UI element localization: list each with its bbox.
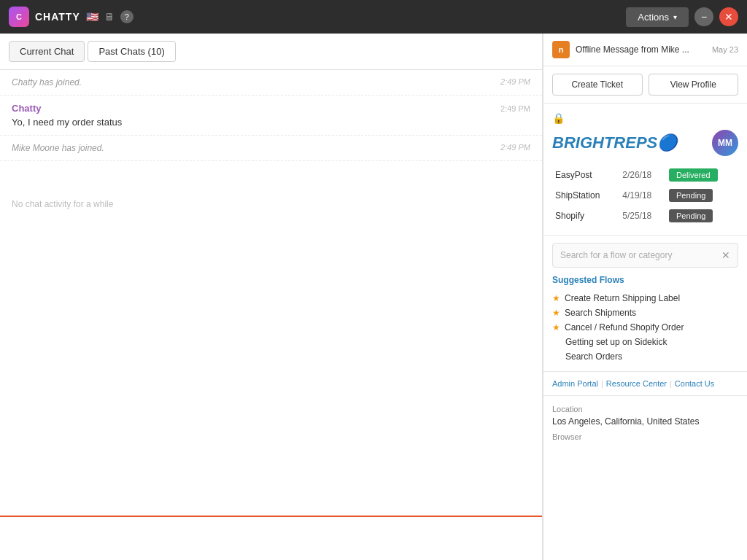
flow-search-section: Search for a flow or category ✕ Suggeste… <box>543 236 747 372</box>
suggested-flows-label: Suggested Flows <box>552 275 738 285</box>
status-badge: Pending <box>669 189 713 202</box>
app-icon: C <box>9 7 29 27</box>
flow-item-plain[interactable]: Search Orders <box>552 349 738 364</box>
shipment-status: Delivered <box>666 165 738 185</box>
system-message-2: Mike Moone has joined. 2:49 PM <box>0 136 542 161</box>
left-panel: Current Chat Past Chats (10) Chatty has … <box>0 34 543 560</box>
table-row: EasyPost 2/26/18 Delivered <box>552 165 738 185</box>
location-section: Location Los Angeles, California, United… <box>543 396 747 450</box>
flow-item[interactable]: ★Cancel / Refund Shopify Order <box>552 320 738 335</box>
system-message-1: Chatty has joined. 2:49 PM <box>0 70 542 96</box>
plain-flows-list: Getting set up on SidekickSearch Orders <box>552 335 738 364</box>
notif-date: May 23 <box>712 45 738 54</box>
message-header: Chatty 2:49 PM <box>12 103 530 114</box>
flow-label: Create Return Shipping Label <box>565 293 680 303</box>
separator-2: | <box>670 379 672 388</box>
notif-icon: n <box>552 41 570 58</box>
tab-current-chat[interactable]: Current Chat <box>9 41 85 62</box>
chat-message-chatty: Chatty 2:49 PM Yo, I need my order statu… <box>0 96 542 136</box>
notif-text: Offline Message from Mike ... <box>576 44 706 55</box>
shipment-date: 5/25/18 <box>619 206 666 226</box>
main-area: Current Chat Past Chats (10) Chatty has … <box>0 34 747 560</box>
actions-button[interactable]: Actions ▾ <box>626 7 689 27</box>
message-time: 2:49 PM <box>500 104 530 113</box>
no-activity-text: No chat activity for a while <box>0 190 542 218</box>
chevron-down-icon: ▾ <box>673 13 677 21</box>
help-icon[interactable]: ? <box>120 10 133 23</box>
avatar: MM <box>712 130 738 156</box>
separator-1: | <box>601 379 603 388</box>
flow-search-bar[interactable]: Search for a flow or category ✕ <box>552 243 738 268</box>
message-text: Yo, I need my order status <box>12 117 530 128</box>
flow-item[interactable]: ★Search Shipments <box>552 306 738 320</box>
actions-label: Actions <box>638 12 669 23</box>
shipment-company: Shopify <box>552 206 619 226</box>
status-badge: Delivered <box>669 168 717 182</box>
flow-item[interactable]: ★Create Return Shipping Label <box>552 291 738 306</box>
chat-input[interactable] <box>6 523 536 552</box>
shipment-company: EasyPost <box>552 165 619 185</box>
brand-area: BRIGHTREPS🔵 MM <box>552 130 738 156</box>
brand-logo: BRIGHTREPS🔵 <box>552 133 677 152</box>
shipment-date: 4/19/18 <box>619 185 666 206</box>
topbar-left: C CHATTY 🇺🇸 🖥 ? <box>9 7 133 27</box>
footer-links: Admin Portal | Resource Center | Contact… <box>543 372 747 396</box>
flow-label: Search Shipments <box>565 308 636 318</box>
star-icon: ★ <box>552 322 560 332</box>
table-row: ShipStation 4/19/18 Pending <box>552 185 738 206</box>
flow-search-placeholder: Search for a flow or category <box>560 250 672 260</box>
message-sender: Chatty <box>12 103 41 114</box>
tab-past-chats[interactable]: Past Chats (10) <box>88 41 175 62</box>
create-ticket-button[interactable]: Create Ticket <box>552 74 643 96</box>
monitor-icon[interactable]: 🖥 <box>104 11 115 23</box>
shipment-company: ShipStation <box>552 185 619 206</box>
lock-icon: 🔒 <box>552 112 738 124</box>
chat-area: Chatty has joined. 2:49 PM Chatty 2:49 P… <box>0 70 542 516</box>
notification-bar: n Offline Message from Mike ... May 23 <box>543 34 747 66</box>
flows-list: ★Create Return Shipping Label★Search Shi… <box>552 291 738 335</box>
system-join-1-time: 2:49 PM <box>500 77 530 88</box>
star-icon: ★ <box>552 308 560 318</box>
shipment-table: EasyPost 2/26/18 Delivered ShipStation 4… <box>552 165 738 226</box>
star-icon: ★ <box>552 293 560 303</box>
table-row: Shopify 5/25/18 Pending <box>552 206 738 226</box>
action-buttons: Create Ticket View Profile <box>543 66 747 104</box>
flow-label: Cancel / Refund Shopify Order <box>565 322 684 332</box>
tab-bar: Current Chat Past Chats (10) <box>0 34 542 70</box>
app-name: CHATTY <box>35 11 80 23</box>
flag-icon: 🇺🇸 <box>86 11 98 23</box>
shipment-status: Pending <box>666 206 738 226</box>
right-panel: n Offline Message from Mike ... May 23 C… <box>543 34 747 560</box>
location-label: Location <box>552 405 738 413</box>
system-join-1-text: Chatty has joined. <box>12 77 82 88</box>
flow-item-plain[interactable]: Getting set up on Sidekick <box>552 335 738 349</box>
flow-search-close-icon[interactable]: ✕ <box>721 249 730 261</box>
contact-us-link[interactable]: Contact Us <box>675 379 714 388</box>
admin-portal-link[interactable]: Admin Portal <box>552 379 598 388</box>
status-badge: Pending <box>669 209 713 222</box>
close-button[interactable]: ✕ <box>719 7 738 26</box>
profile-section: 🔒 BRIGHTREPS🔵 MM EasyPost 2/26/18 Delive… <box>543 104 747 236</box>
system-join-2-text: Mike Moone has joined. <box>12 143 104 153</box>
topbar: C CHATTY 🇺🇸 🖥 ? Actions ▾ − ✕ <box>0 0 747 34</box>
location-value: Los Angeles, California, United States <box>552 416 738 427</box>
topbar-right: Actions ▾ − ✕ <box>626 7 738 27</box>
view-profile-button[interactable]: View Profile <box>649 74 739 96</box>
system-join-2-time: 2:49 PM <box>500 143 530 153</box>
minimize-button[interactable]: − <box>694 7 713 26</box>
shipment-status: Pending <box>666 185 738 206</box>
resource-center-link[interactable]: Resource Center <box>606 379 667 388</box>
shipment-date: 2/26/18 <box>619 165 666 185</box>
chat-input-area[interactable] <box>0 516 542 560</box>
browser-label: Browser <box>552 432 738 441</box>
